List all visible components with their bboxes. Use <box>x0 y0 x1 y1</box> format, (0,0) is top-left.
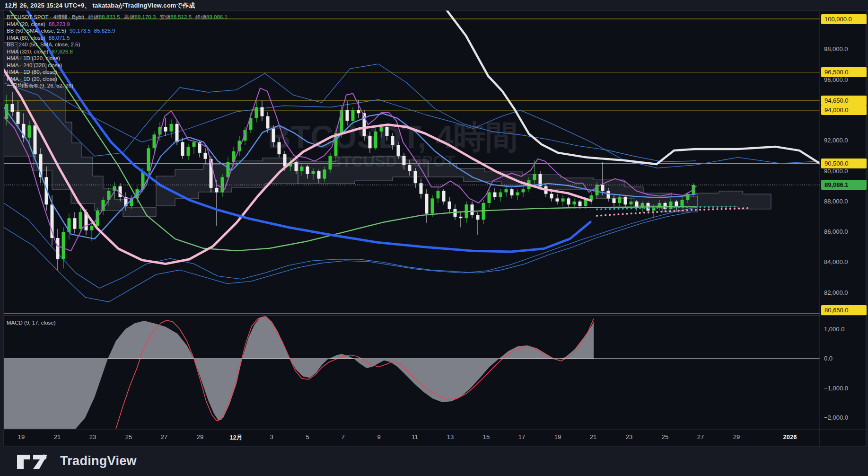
legend-indicator-title: BB · 240 (50, SMA, close, 2.5) <box>7 42 80 47</box>
price-axis-label: 96,000.0 <box>824 76 848 83</box>
legend-ohlc-label: 安値 <box>159 14 170 20</box>
price-axis-label: 84,000.0 <box>824 258 848 265</box>
time-axis-label: 21 <box>590 433 596 441</box>
chart-timestamp-attribution: 12月 26, 2025 15:24 UTC+9、 takatabaがTradi… <box>5 1 195 10</box>
legend-indicator-row[interactable]: BB · 240 (50, SMA, close, 2.5) <box>7 41 228 48</box>
legend-symbol-row[interactable]: BTCUSDT SPOT · 4時間 · Bybit始値88,833.5高値89… <box>7 14 228 21</box>
legend-ohlc-label: 終値 <box>195 14 206 20</box>
legend-indicator-title: HMA (80, close) <box>7 35 45 41</box>
time-axis-label: 13 <box>447 433 454 441</box>
legend-indicator-title: HMA · 1D (80, close) <box>7 69 57 75</box>
legend-ohlc-value: 88,512.5 <box>170 14 192 20</box>
time-axis-label: 2026 <box>783 433 797 441</box>
legend-indicator-title: 一目均衡表® (9, 26, 52, 26) <box>7 83 73 88</box>
time-axis-label: 11 <box>412 433 418 441</box>
time-axis-label: 29 <box>733 433 740 441</box>
legend-indicator-value: 87,626.8 <box>52 49 73 54</box>
legend-indicator-title: HMA (320, close) <box>7 49 48 54</box>
legend-indicator-value: 88,071.5 <box>49 35 70 41</box>
legend-symbol-title: BTCUSDT SPOT · 4時間 · Bybit <box>7 14 84 20</box>
legend-indicator-value: 90,173.5 <box>70 28 91 34</box>
legend-indicator-title: HMA (20, close) <box>7 21 45 27</box>
legend-ohlc-value: 89,170.3 <box>135 14 156 20</box>
alert-price-label[interactable]: 96,500.0 <box>821 67 867 77</box>
legend-indicator-row[interactable]: HMA (20, close)88,223.9 <box>7 21 228 28</box>
legend-indicator-row[interactable]: HMA · 240 (320, close) <box>7 62 228 69</box>
alert-price-label[interactable]: 80,650.0 <box>821 305 867 315</box>
time-axis-label: 23 <box>89 433 96 441</box>
time-axis-label: 5 <box>306 433 309 441</box>
price-axis-label: 98,000.0 <box>824 45 848 53</box>
macd-axis-label: 0.0 <box>824 355 833 362</box>
legend-ohlc-label: 始値 <box>88 14 99 20</box>
time-axis-label: 23 <box>626 433 632 441</box>
price-axis-label: 92,000.0 <box>824 137 848 144</box>
macd-axis-label: 1,000.0 <box>824 326 844 333</box>
indicator-legend[interactable]: BTCUSDT SPOT · 4時間 · Bybit始値88,833.5高値89… <box>7 14 228 89</box>
last-price-label[interactable]: 89,086.1 <box>821 180 867 190</box>
legend-ohlc-value: 88,833.5 <box>99 14 120 20</box>
time-axis-label: 12月 <box>229 433 242 442</box>
price-axis-label: 86,000.0 <box>824 228 848 235</box>
tradingview-logo-text: TradingView <box>60 454 137 468</box>
legend-indicator-title: HMA · 1D (320, close) <box>7 55 60 61</box>
legend-indicator-row[interactable]: 一目均衡表® (9, 26, 52, 26) <box>7 82 228 89</box>
macd-legend-label[interactable]: MACD (9, 17, close) <box>7 320 56 326</box>
legend-indicator-row[interactable]: BB (50, SMA, close, 2.5)90,173.585,625.9 <box>7 27 228 35</box>
tradingview-branding[interactable]: TradingView <box>17 452 137 470</box>
legend-indicator-value: 88,223.9 <box>49 21 70 27</box>
legend-indicator-row[interactable]: HMA · 1D (320, close) <box>7 55 228 62</box>
legend-indicator-title: BB (50, SMA, close, 2.5) <box>7 28 66 34</box>
legend-ohlc-value: 89,086.1 <box>206 14 228 20</box>
time-axis-label: 19 <box>554 433 561 441</box>
legend-indicator-row[interactable]: HMA · 1D (20, close) <box>7 76 228 83</box>
legend-indicator-row[interactable]: HMA (320, close)87,626.8 <box>7 48 228 55</box>
tradingview-chart-window: 12月 26, 2025 15:24 UTC+9、 takatabaがTradi… <box>0 0 868 476</box>
price-axis-label: 88,000.0 <box>824 198 848 205</box>
legend-indicator-title: HMA · 240 (320, close) <box>7 62 62 68</box>
time-axis-label: 17 <box>518 433 525 441</box>
legend-indicator-row[interactable]: HMA · 1D (80, close) <box>7 69 228 76</box>
time-axis-label: 25 <box>662 433 668 441</box>
legend-indicator-row[interactable]: HMA (80, close)88,071.5 <box>7 35 228 42</box>
time-axis-label: 9 <box>377 433 380 441</box>
price-axis-label: 82,000.0 <box>824 289 848 296</box>
time-axis-label: 25 <box>125 433 132 441</box>
alert-price-label[interactable]: 94,000.0 <box>821 105 867 115</box>
price-axis-label: 90,000.0 <box>824 167 848 175</box>
time-axis-label: 19 <box>18 433 25 441</box>
legend-indicator-title: HMA · 1D (20, close) <box>7 76 57 82</box>
alert-price-label[interactable]: 90,500.0 <box>821 159 867 168</box>
legend-ohlc-label: 高値 <box>124 14 135 20</box>
alert-price-label[interactable]: 94,650.0 <box>821 96 867 106</box>
macd-axis-label: −2,000.0 <box>824 414 848 421</box>
macd-axis-label: −1,000.0 <box>824 385 848 392</box>
time-axis-label: 21 <box>54 433 61 441</box>
legend-indicator-value: 85,625.9 <box>94 28 115 34</box>
time-axis-label: 29 <box>197 433 203 441</box>
time-axis-label: 27 <box>161 433 167 441</box>
time-axis-label: 7 <box>341 433 344 441</box>
time-axis-label: 3 <box>270 433 273 441</box>
alert-price-label[interactable]: 100,000.0 <box>821 14 867 24</box>
time-axis-label: 15 <box>483 433 490 441</box>
tradingview-logo-icon <box>17 452 54 470</box>
time-axis-label: 27 <box>697 433 704 441</box>
